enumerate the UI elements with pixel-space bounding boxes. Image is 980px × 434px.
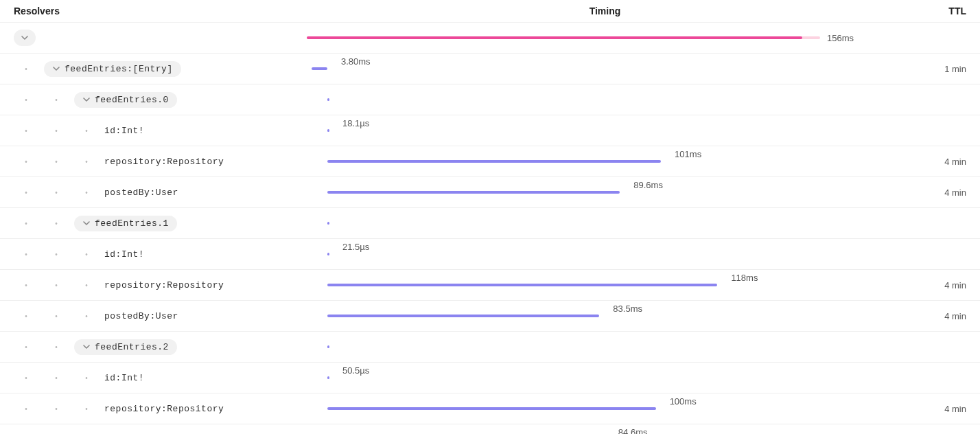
tree-indent-dot: • — [74, 158, 99, 165]
resolver-label: feedEntries.0 — [95, 95, 169, 105]
timing-bar: 3.80ms — [299, 60, 911, 77]
timing-label: 118ms — [731, 273, 758, 283]
timing-label: 50.5µs — [342, 365, 369, 376]
timing-bar: 101ms — [299, 153, 911, 170]
total-row: 156ms — [0, 23, 980, 54]
tree-indent-dot: • — [44, 96, 69, 104]
tree-indent-dot: • — [74, 251, 99, 258]
ttl-value: 4 min — [911, 404, 966, 414]
timing-bar: 84.6ms — [299, 431, 911, 434]
total-timing-bar: 156ms — [299, 30, 911, 46]
tree-indent-dot: • — [14, 251, 38, 258]
resolver-label: id:Int! — [104, 249, 144, 260]
resolver-label: feedEntries.1 — [95, 218, 169, 229]
timing-bar — [299, 339, 911, 355]
timing-bar: 83.5ms — [299, 308, 911, 324]
tree-indent-dot: • — [14, 343, 38, 351]
timing-label: 100ms — [670, 396, 697, 407]
tree-indent-dot: • — [14, 405, 38, 413]
timing-bar: 118ms — [299, 277, 911, 293]
tree-indent-dot: • — [14, 158, 38, 165]
resolver-label: repository:Repository — [104, 280, 224, 290]
tree-indent-dot: • — [74, 374, 99, 382]
tree-indent-dot: • — [74, 189, 99, 196]
resolver-row: •••postedBy:User84.6ms4 min — [0, 424, 980, 434]
chevron-down-icon — [21, 34, 29, 42]
tree-indent-dot: • — [44, 158, 69, 165]
tree-indent-dot: • — [14, 220, 38, 227]
table-header: Resolvers Timing TTL — [0, 0, 980, 23]
ttl-value: 4 min — [911, 280, 966, 290]
tree-indent-dot: • — [44, 312, 69, 320]
ttl-value: 4 min — [911, 187, 966, 198]
duration-bar — [312, 67, 327, 70]
resolver-label: repository:Repository — [104, 404, 224, 414]
duration-dot — [327, 253, 329, 255]
timing-bar — [299, 215, 911, 231]
resolver-row: •••repository:Repository101ms4 min — [0, 146, 980, 177]
resolver-toggle[interactable]: feedEntries.0 — [74, 92, 177, 108]
tree-indent-dot: • — [44, 282, 69, 289]
resolver-label: postedBy:User — [104, 187, 178, 198]
duration-bar — [327, 191, 620, 194]
total-timing-label: 156ms — [827, 33, 854, 43]
tree-indent-dot: • — [14, 189, 38, 196]
timing-bar: 50.5µs — [299, 369, 911, 386]
chevron-down-icon — [52, 65, 60, 73]
tree-indent-dot: • — [44, 127, 69, 135]
chevron-down-icon — [82, 219, 91, 227]
chevron-down-icon — [82, 343, 91, 351]
resolver-row: •feedEntries:[Entry]3.80ms1 min — [0, 54, 980, 84]
tree-indent-dot: • — [44, 220, 69, 227]
tree-indent-dot: • — [14, 96, 38, 104]
collapse-all-toggle[interactable] — [14, 30, 36, 46]
ttl-value: 1 min — [911, 64, 966, 74]
tree-indent-dot: • — [14, 65, 38, 73]
resolver-row: •••repository:Repository100ms4 min — [0, 393, 980, 424]
resolver-label: feedEntries.2 — [95, 342, 169, 352]
resolver-row: •••postedBy:User89.6ms4 min — [0, 177, 980, 208]
tree-indent-dot: • — [14, 127, 38, 135]
tree-indent-dot: • — [44, 343, 69, 351]
tree-indent-dot: • — [44, 405, 69, 413]
tree-indent-dot: • — [44, 374, 69, 382]
timing-bar: 21.5µs — [299, 246, 911, 262]
ttl-value: 4 min — [911, 311, 966, 321]
resolver-row: ••feedEntries.2 — [0, 332, 980, 363]
tree-indent-dot: • — [44, 189, 69, 196]
ttl-value: 4 min — [911, 157, 966, 167]
timing-label: 101ms — [675, 149, 701, 159]
resolver-label: id:Int! — [104, 126, 144, 136]
resolver-row: •••repository:Repository118ms4 min — [0, 270, 980, 301]
resolver-toggle[interactable]: feedEntries:[Entry] — [44, 61, 181, 77]
timing-label: 3.80ms — [341, 56, 371, 67]
resolver-row: •••id:Int!21.5µs — [0, 239, 980, 270]
header-resolvers: Resolvers — [14, 5, 299, 16]
duration-dot — [327, 98, 329, 101]
header-timing: Timing — [299, 5, 911, 16]
tree-indent-dot: • — [14, 282, 38, 289]
tree-indent-dot: • — [74, 312, 99, 320]
resolver-label: feedEntries:[Entry] — [65, 64, 173, 74]
tree-indent-dot: • — [74, 282, 99, 289]
timing-bar: 89.6ms — [299, 184, 911, 201]
duration-bar — [327, 160, 661, 163]
timing-label: 21.5µs — [342, 242, 369, 252]
timing-label: 84.6ms — [618, 427, 648, 434]
resolver-row: •••postedBy:User83.5ms4 min — [0, 301, 980, 332]
tree-indent-dot: • — [14, 374, 38, 382]
resolver-row: ••feedEntries.1 — [0, 208, 980, 239]
timing-bar — [299, 91, 911, 108]
resolver-toggle[interactable]: feedEntries.1 — [74, 216, 177, 231]
duration-dot — [327, 376, 329, 379]
total-bar-fg — [307, 36, 802, 39]
resolver-row: ••feedEntries.0 — [0, 84, 980, 115]
resolver-toggle[interactable]: feedEntries.2 — [74, 339, 177, 355]
timing-label: 89.6ms — [633, 180, 663, 190]
timing-bar: 18.1µs — [299, 122, 911, 139]
resolver-label: postedBy:User — [104, 311, 178, 321]
resolver-label: repository:Repository — [104, 157, 224, 167]
resolver-row: •••id:Int!18.1µs — [0, 115, 980, 146]
tree-indent-dot: • — [74, 127, 99, 135]
tree-indent-dot: • — [44, 251, 69, 258]
